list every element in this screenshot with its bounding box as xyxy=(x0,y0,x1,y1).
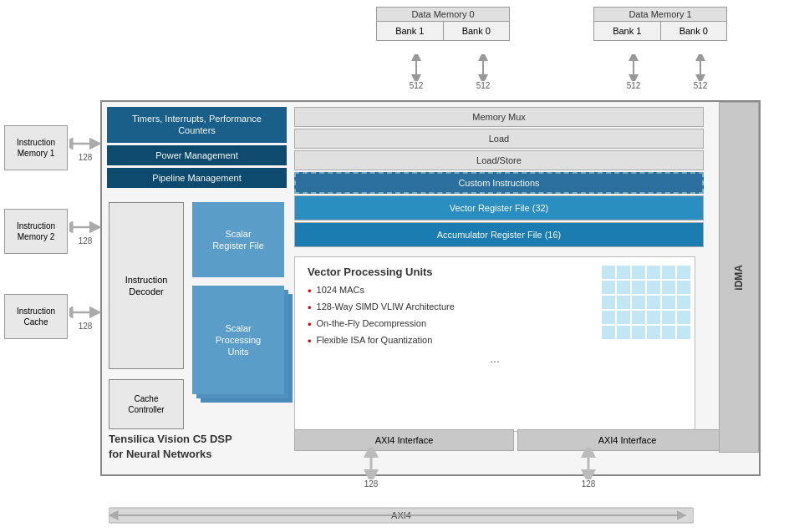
instr-mem-1-bits: 128 xyxy=(79,153,93,162)
arrow-512-3: 512 xyxy=(624,54,643,90)
left-bars: Timers, Interrupts, Performance Counters… xyxy=(107,107,287,188)
instruction-decoder: Instruction Decoder xyxy=(109,202,184,369)
bullet-dot-2: • xyxy=(308,301,312,314)
grid-cell xyxy=(617,281,630,294)
dm0-bank0: Bank 0 xyxy=(444,22,510,40)
bullet-dot-1: • xyxy=(308,285,312,297)
instruction-memory-2-group: Instruction Memory 2 128 xyxy=(4,209,101,254)
cache-ctrl-label: Cache Controller xyxy=(128,393,164,415)
data-memory-0-label: Data Memory 0 xyxy=(376,7,510,22)
grid-cell xyxy=(677,311,690,324)
grid-cell xyxy=(677,281,690,294)
instruction-cache-box: Instruction Cache xyxy=(4,294,68,339)
horiz-arrow-3 xyxy=(69,303,101,322)
instruction-memory-1-group: Instruction Memory 1 128 xyxy=(4,125,101,170)
vpu-ellipsis: ... xyxy=(308,352,682,365)
horiz-arrow-1 xyxy=(69,134,101,153)
dsp-title-line1: Tensilica Vision C5 DSP xyxy=(109,433,232,445)
instruction-cache-group: Instruction Cache 128 xyxy=(4,294,101,339)
main-dsp-box: Timers, Interrupts, Performance Counters… xyxy=(100,100,761,476)
bullet-dot-4: • xyxy=(308,335,312,347)
grid-cell xyxy=(647,281,660,294)
memory-mux-row: Memory Mux xyxy=(294,107,704,127)
grid-cell xyxy=(632,311,645,324)
instruction-memory-1-box: Instruction Memory 1 xyxy=(4,125,68,170)
timers-bar: Timers, Interrupts, Performance Counters xyxy=(107,107,287,143)
double-arrow-v-2 xyxy=(474,54,492,81)
grid-cell xyxy=(602,296,615,309)
instr-mem-2-bits: 128 xyxy=(79,236,93,246)
grid-cell xyxy=(677,296,690,309)
grid-cell xyxy=(632,266,645,279)
double-arrow-v-1 xyxy=(407,54,425,81)
vpu-item-4: Flexible ISA for Quantization xyxy=(317,335,433,345)
instruction-memory-2-label: Instruction Memory 2 xyxy=(17,220,55,242)
grid-cell xyxy=(617,311,630,324)
grid-cell xyxy=(602,281,615,294)
cache-controller: Cache Controller xyxy=(109,379,184,429)
grid-cell xyxy=(602,311,615,324)
arrow-512-1: 512 xyxy=(407,54,425,90)
instr-mem-1-arrow: 128 xyxy=(69,134,101,162)
grid-cell xyxy=(617,266,630,279)
axi4-box-1: AXI4 Interface xyxy=(294,429,514,451)
right-memory-rows: Memory Mux Load Load/Store Custom Instru… xyxy=(294,107,704,249)
vpu-area: Vector Processing Units • 1024 MACs • 12… xyxy=(294,256,695,432)
data-memory-0-banks: Bank 1 Bank 0 xyxy=(376,22,510,41)
dm1-bank1: Bank 1 xyxy=(594,22,661,40)
grid-cell xyxy=(602,326,615,339)
grid-cell xyxy=(662,311,675,324)
bottom-val-1: 128 xyxy=(364,479,379,489)
arrow-512-2: 512 xyxy=(474,54,492,90)
grid-cell xyxy=(617,326,630,339)
grid-cell xyxy=(662,296,675,309)
dm1-bank0: Bank 0 xyxy=(661,22,727,40)
vpu-grid-pattern xyxy=(602,266,690,339)
pipeline-bar: Pipeline Management xyxy=(107,168,287,188)
arrow-512-4: 512 xyxy=(691,54,710,90)
double-arrow-v-4 xyxy=(691,54,710,81)
data-memory-1: Data Memory 1 Bank 1 Bank 0 xyxy=(593,7,727,41)
instr-mem-2-arrow: 128 xyxy=(69,218,101,246)
instr-cache-bits: 128 xyxy=(79,322,93,331)
val-512-3: 512 xyxy=(627,81,641,90)
instruction-memory-1-label: Instruction Memory 1 xyxy=(17,137,55,159)
scalar-reg-label: Scalar Register File xyxy=(212,228,264,252)
load-store-row: Load/Store xyxy=(294,150,704,170)
load-row: Load xyxy=(294,129,704,149)
bottom-val-2: 128 xyxy=(582,479,596,489)
vpu-item-2: 128-Way SIMD VLIW Architecture xyxy=(317,301,455,312)
grid-cell xyxy=(602,266,615,279)
double-arrow-v-3 xyxy=(624,54,643,81)
bottom-double-arrow-2 xyxy=(577,448,600,479)
grid-cell xyxy=(617,296,630,309)
dm0-bank1: Bank 1 xyxy=(377,22,444,40)
horiz-arrow-2 xyxy=(69,218,101,236)
power-bar: Power Management xyxy=(107,145,287,165)
vpu-item-3: On-the-Fly Decompression xyxy=(317,318,426,328)
instruction-memory-2-box: Instruction Memory 2 xyxy=(4,209,68,254)
scalar-processing-group: Scalar Processing Units xyxy=(192,286,284,411)
grid-cell xyxy=(632,296,645,309)
instruction-cache-label: Instruction Cache xyxy=(17,306,55,327)
grid-cell xyxy=(647,266,660,279)
scalar-proc-label: Scalar Processing Units xyxy=(216,322,261,358)
vector-reg-row: Vector Register File (32) xyxy=(294,195,704,220)
grid-cell xyxy=(677,266,690,279)
grid-cell xyxy=(662,281,675,294)
accum-reg-row: Accumulator Register File (16) xyxy=(294,222,704,247)
val-512-1: 512 xyxy=(410,81,424,90)
grid-cell xyxy=(662,266,675,279)
grid-cell xyxy=(632,326,645,339)
diagram: Data Memory 0 Bank 1 Bank 0 Data Memory … xyxy=(0,0,794,532)
grid-cell xyxy=(647,326,660,339)
custom-instructions-row: Custom Instructions xyxy=(294,172,704,194)
grid-cell xyxy=(662,326,675,339)
axi4-wide-arrow: AXI4 xyxy=(109,504,694,525)
data-memory-1-banks: Bank 1 Bank 0 xyxy=(593,22,727,41)
idma-label: iDMA xyxy=(733,265,745,291)
grid-cell xyxy=(677,326,690,339)
dsp-title: Tensilica Vision C5 DSP for Neural Netwo… xyxy=(109,432,232,462)
dsp-title-line2: for Neural Networks xyxy=(109,448,212,460)
vpu-item-1: 1024 MACs xyxy=(317,285,364,295)
